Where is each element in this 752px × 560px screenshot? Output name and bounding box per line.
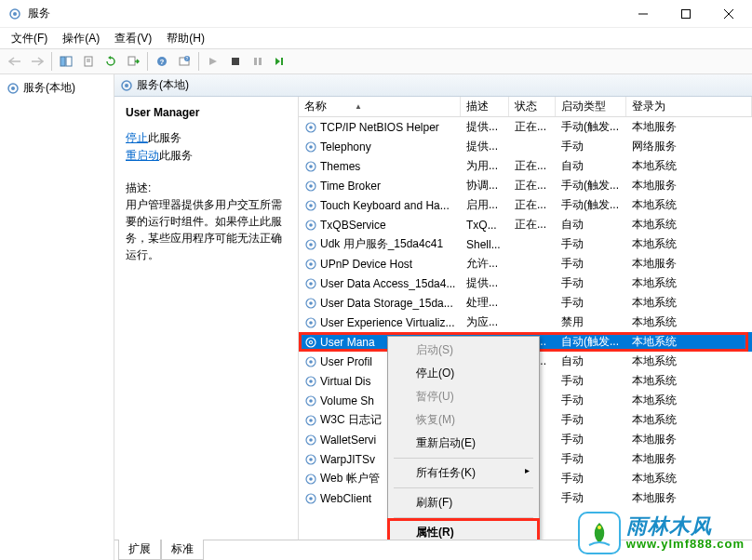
menu-file[interactable]: 文件(F) [4,29,55,48]
service-login-cell: 本地系统 [626,217,752,233]
svg-rect-20 [281,58,283,65]
maximize-button[interactable] [665,0,707,28]
separator [394,487,533,488]
context-refresh[interactable]: 刷新(F) [390,491,537,514]
service-start-cell: 手动 [556,373,626,389]
svg-text:?: ? [186,56,189,61]
svg-point-42 [309,282,313,286]
service-row[interactable]: UPnP Device Host允许...手动本地服务 [299,254,752,273]
service-icon [304,414,317,427]
service-start-cell: 自动 [556,353,626,369]
menu-action[interactable]: 操作(A) [55,29,107,48]
service-row[interactable]: Time Broker协调...正在...手动(触发...本地服务 [299,176,752,195]
restart-link[interactable]: 重启动 [126,149,159,162]
context-properties[interactable]: 属性(R) [390,521,537,540]
svg-point-30 [309,165,313,168]
tab-standard[interactable]: 标准 [161,540,204,560]
svg-point-52 [309,380,313,383]
service-login-cell: 本地系统 [626,393,752,408]
tree-root-node[interactable]: 服务(本地) [3,78,111,98]
service-row[interactable]: User Data Storage_15da...处理...手动本地系统 [299,293,752,313]
tab-extended[interactable]: 扩展 [118,540,161,560]
restart-service-button[interactable] [270,51,290,72]
column-login[interactable]: 登录为 [626,97,752,116]
service-row[interactable]: User Experience Virtualiz...为应...禁用本地系统 [299,313,752,332]
service-start-cell: 手动 [556,451,626,467]
sort-asc-icon: ▲ [355,102,362,111]
service-login-cell: 本地服务 [626,256,752,272]
stop-suffix: 此服务 [148,131,181,144]
service-list: 名称▲ 描述 状态 启动类型 登录为 TCP/IP NetBIOS Helper… [299,97,752,540]
column-desc[interactable]: 描述 [461,97,509,116]
service-login-cell: 本地系统 [626,197,752,213]
context-restart[interactable]: 重新启动(E) [390,432,537,455]
column-start[interactable]: 启动类型 [556,97,626,116]
stop-link[interactable]: 停止 [126,131,148,144]
context-all-tasks[interactable]: 所有任务(K) [390,461,537,485]
service-desc-cell: 处理... [461,295,509,311]
service-row[interactable]: User Data Access_15da4...提供...手动本地系统 [299,273,752,293]
forward-button[interactable] [27,51,47,72]
services-icon [7,82,20,95]
stop-service-button[interactable] [225,51,246,72]
service-row[interactable]: Themes为用...正在...自动本地系统 [299,156,752,176]
service-desc-cell: 启用... [461,197,509,213]
column-state[interactable]: 状态 [509,97,556,116]
svg-point-34 [309,204,313,207]
svg-point-24 [125,84,128,87]
help-button[interactable]: ? [152,51,172,72]
svg-point-65 [598,526,601,529]
service-row[interactable]: TxQBServiceTxQ...正在...自动本地系统 [299,215,752,234]
svg-rect-3 [682,9,691,18]
service-start-cell: 手动 [556,490,626,506]
context-pause[interactable]: 暂停(U) [390,385,537,408]
separator [198,52,199,71]
service-detail: User Manager 停止此服务 重启动此服务 描述: 用户管理器提供多用户… [114,97,299,540]
svg-point-50 [309,360,313,364]
menu-help[interactable]: 帮助(H) [159,29,212,48]
service-row[interactable]: Touch Keyboard and Ha...启用...正在...手动(触发.… [299,195,752,215]
minimize-button[interactable] [622,0,665,28]
menu-view[interactable]: 查看(V) [107,29,159,48]
service-row[interactable]: TCP/IP NetBIOS Helper提供...正在...手动(触发...本… [299,117,752,137]
properties-button[interactable] [78,51,99,72]
service-name-cell: Udk 用户服务_15da4c41 [320,236,443,252]
context-start[interactable]: 启动(S) [390,339,537,362]
watermark-title: 雨林木风 [626,515,745,538]
restart-suffix: 此服务 [159,149,193,162]
service-state-cell: 正在... [509,178,556,193]
description-label: 描述: [126,180,287,196]
context-resume[interactable]: 恢复(M) [390,408,537,432]
service-login-cell: 本地服务 [626,119,752,135]
app-icon [7,7,22,21]
svg-point-56 [309,419,313,422]
service-login-cell: 本地服务 [626,490,752,506]
service-icon [304,121,317,134]
window-title: 服务 [28,6,622,21]
restart-service-link-row: 重启动此服务 [126,148,287,164]
show-hide-tree-button[interactable] [56,51,76,72]
start-service-button[interactable] [203,51,223,72]
close-button[interactable] [707,0,750,28]
svg-rect-6 [60,57,65,66]
service-icon [304,277,317,290]
service-name-cell: Virtual Dis [320,375,370,388]
pause-service-button[interactable] [248,51,268,72]
service-icon [304,140,317,153]
service-row[interactable]: Telephony提供...手动网络服务 [299,137,752,156]
svg-point-64 [309,497,313,500]
service-icon [304,180,317,193]
refresh-button[interactable] [101,51,121,72]
service-login-cell: 本地服务 [626,451,752,467]
context-stop[interactable]: 停止(O) [390,362,537,385]
help-view-button[interactable]: ? [174,51,195,72]
service-icon [304,453,317,466]
service-state-cell: 正在... [509,158,556,174]
column-name[interactable]: 名称▲ [299,97,461,116]
export-button[interactable] [123,51,143,72]
service-name-cell: User Profil [320,355,372,368]
service-name-cell: TCP/IP NetBIOS Helper [320,121,439,134]
service-row[interactable]: Udk 用户服务_15da4c41Shell...手动本地系统 [299,234,752,254]
service-desc-cell: 提供... [461,119,509,135]
back-button[interactable] [5,51,25,72]
